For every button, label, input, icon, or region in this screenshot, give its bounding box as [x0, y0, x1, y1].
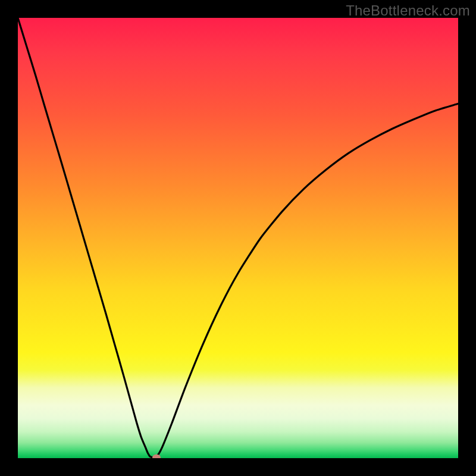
bottleneck-curve: [18, 18, 458, 458]
optimal-point-marker: [152, 454, 161, 458]
chart-frame: TheBottleneck.com: [0, 0, 476, 476]
watermark-text: TheBottleneck.com: [346, 2, 470, 19]
plot-area: [18, 18, 458, 458]
